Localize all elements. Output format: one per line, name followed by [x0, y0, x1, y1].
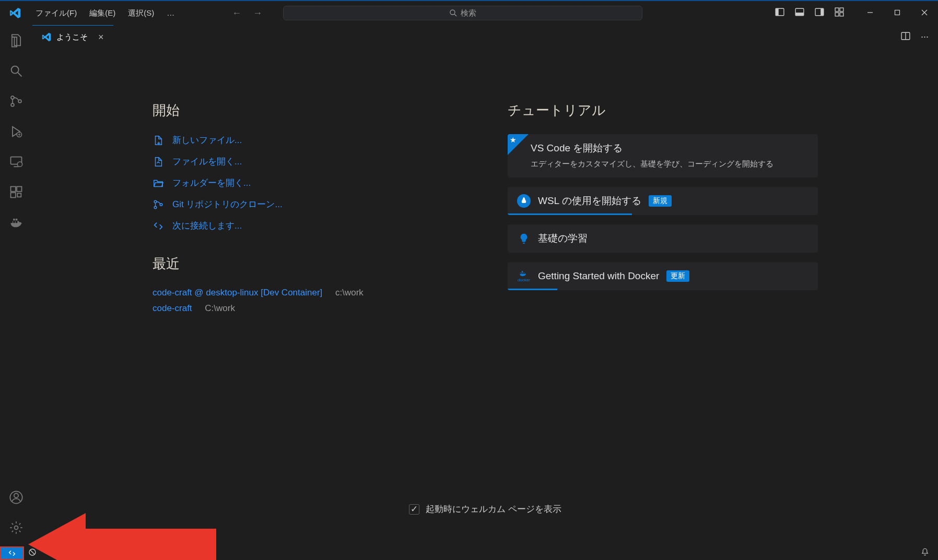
show-on-startup-checkbox[interactable]: ✓ [409, 504, 419, 515]
open-folder-link[interactable]: フォルダーを開く... [153, 177, 435, 189]
maximize-button[interactable] [889, 6, 906, 20]
close-button[interactable] [916, 6, 933, 20]
recent-name[interactable]: code-craft @ desktop-linux [Dev Containe… [153, 288, 322, 297]
menu-edit[interactable]: 編集(E) [84, 6, 121, 20]
remote-window-button[interactable] [0, 546, 24, 560]
main-area: ようこそ × ··· 開始 新しいファイル... [0, 25, 938, 546]
linux-icon [517, 194, 531, 208]
card-title: WSL の使用を開始する [538, 194, 641, 208]
tab-welcome[interactable]: ようこそ × [32, 25, 113, 49]
svg-rect-3 [776, 8, 779, 16]
open-folder-label: フォルダーを開く... [172, 177, 251, 189]
walkthrough-wsl[interactable]: WSL の使用を開始する 新規 [508, 187, 818, 215]
search-placeholder: 検索 [461, 8, 476, 18]
docker-icon[interactable] [9, 215, 24, 232]
search-activity-icon[interactable] [9, 64, 24, 80]
svg-rect-9 [840, 8, 843, 11]
extensions-icon[interactable] [9, 185, 24, 201]
settings-gear-icon[interactable] [9, 520, 24, 537]
clone-repo-label: Git リポジトリのクローン... [172, 198, 283, 210]
updated-badge: 更新 [666, 270, 689, 282]
card-title: VS Code を開始する [531, 141, 623, 155]
walkthrough-vscode[interactable]: ★ VS Code を開始する エディターをカスタマイズし、基礎を学び、コーディ… [508, 134, 818, 177]
walkthrough-docker[interactable]: docker Getting Started with Docker 更新 [508, 262, 818, 290]
tab-close-icon[interactable]: × [98, 32, 104, 43]
docker-card-icon: docker [517, 269, 531, 283]
svg-rect-7 [820, 8, 824, 16]
new-badge: 新規 [649, 195, 672, 207]
recent-heading: 最近 [153, 255, 435, 273]
toggle-panel-icon[interactable] [793, 5, 806, 21]
progress-bar [508, 213, 632, 215]
account-icon[interactable] [9, 490, 24, 507]
new-file-link[interactable]: 新しいファイル... [153, 134, 435, 146]
menu: ファイル(F) 編集(E) 選択(S) … [30, 6, 180, 20]
svg-rect-30 [17, 193, 21, 197]
menu-file[interactable]: ファイル(F) [30, 6, 82, 20]
remote-explorer-icon[interactable] [9, 154, 24, 171]
walkthrough-fundamentals[interactable]: 基礎の学習 [508, 224, 818, 253]
source-control-icon[interactable] [9, 94, 24, 111]
search-input[interactable]: 検索 [283, 6, 642, 20]
recent-path: C:\work [205, 303, 235, 313]
start-heading: 開始 [153, 101, 435, 120]
search-icon [449, 9, 458, 17]
svg-point-37 [154, 206, 157, 209]
notifications-bell-icon[interactable] [920, 547, 938, 559]
svg-point-26 [17, 162, 22, 166]
recent-item: code-craft C:\work [153, 303, 435, 314]
svg-line-40 [30, 550, 34, 554]
svg-point-36 [154, 200, 157, 203]
nav-back-icon[interactable]: ← [232, 8, 241, 19]
card-title: 基礎の学習 [538, 232, 588, 245]
card-title: Getting Started with Docker [538, 270, 659, 282]
tab-actions: ··· [901, 25, 938, 49]
editor-area: ようこそ × ··· 開始 新しいファイル... [32, 25, 938, 546]
show-on-startup-label: 起動時にウェルカム ページを表示 [426, 503, 561, 515]
connect-link[interactable]: 次に接続します... [153, 220, 435, 232]
window-controls [862, 6, 933, 20]
nav-arrows: ← → [232, 8, 262, 19]
vscode-tab-icon [42, 32, 51, 42]
customize-layout-icon[interactable] [833, 5, 846, 21]
more-actions-icon[interactable]: ··· [921, 31, 929, 42]
svg-line-17 [18, 73, 22, 77]
svg-rect-8 [835, 8, 839, 11]
open-file-link[interactable]: ファイルを開く... [153, 156, 435, 168]
svg-line-1 [454, 14, 456, 16]
walkthroughs-section: チュートリアル ★ VS Code を開始する エディターをカスタマイズし、基礎… [508, 101, 818, 536]
svg-point-18 [11, 96, 14, 99]
svg-rect-28 [17, 187, 21, 192]
svg-point-16 [11, 66, 19, 74]
start-section: 開始 新しいファイル... ファイルを開く... フォルダーを開く... [153, 101, 435, 536]
star-icon: ★ [510, 136, 517, 144]
progress-bar [508, 289, 557, 290]
menu-more[interactable]: … [161, 6, 180, 20]
nav-forward-icon[interactable]: → [253, 8, 262, 19]
new-file-label: 新しいファイル... [172, 134, 242, 146]
svg-point-38 [160, 203, 162, 206]
svg-rect-13 [895, 10, 900, 15]
recent-path: c:\work [335, 288, 364, 297]
svg-rect-29 [11, 193, 16, 197]
split-editor-icon[interactable] [901, 31, 910, 43]
run-debug-icon[interactable] [9, 124, 24, 141]
svg-point-20 [18, 100, 21, 103]
recent-name[interactable]: code-craft [153, 303, 192, 313]
toggle-sidebar-right-icon[interactable] [813, 5, 826, 21]
svg-rect-5 [795, 13, 804, 16]
menu-select[interactable]: 選択(S) [123, 6, 159, 20]
clone-repo-link[interactable]: Git リポジトリのクローン... [153, 198, 435, 210]
tab-title: ようこそ [56, 32, 88, 42]
title-actions [773, 5, 938, 21]
recent-item: code-craft @ desktop-linux [Dev Containe… [153, 288, 435, 298]
status-no-problems-icon[interactable] [24, 548, 41, 558]
toggle-sidebar-left-icon[interactable] [773, 5, 787, 21]
minimize-button[interactable] [862, 6, 878, 20]
welcome-footer: ✓ 起動時にウェルカム ページを表示 [409, 503, 561, 515]
welcome-content: 開始 新しいファイル... ファイルを開く... フォルダーを開く... [32, 49, 938, 546]
explorer-icon[interactable] [9, 33, 24, 50]
title-bar: ファイル(F) 編集(E) 選択(S) … ← → 検索 [0, 0, 938, 25]
vscode-logo-icon [9, 7, 21, 19]
open-file-label: ファイルを開く... [172, 156, 242, 168]
